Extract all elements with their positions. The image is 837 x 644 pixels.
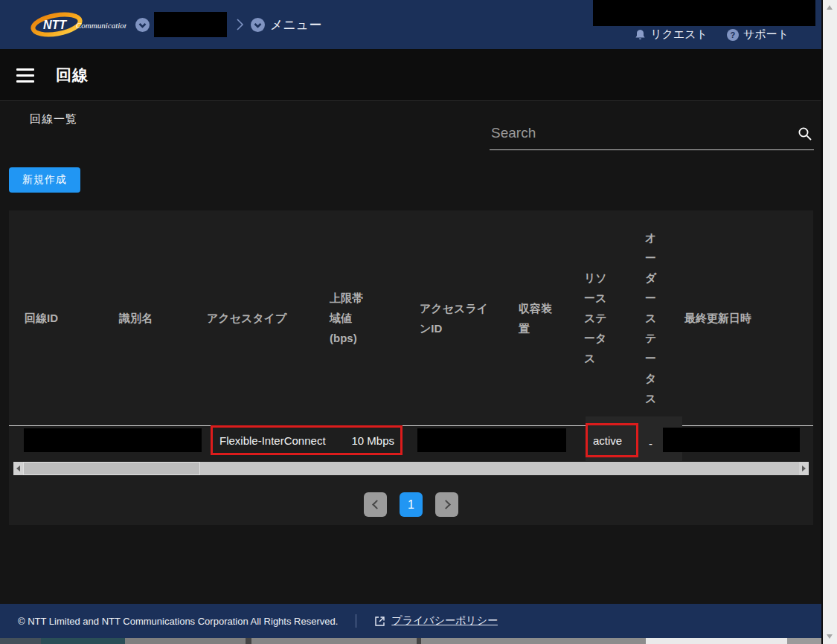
scroll-down-arrow-icon[interactable]	[827, 634, 833, 639]
search-input[interactable]	[490, 120, 814, 149]
browser-page: NTT Communications メニュー	[0, 0, 823, 644]
col-header-resource-status: リソ ース ステ ータ ス	[568, 268, 629, 368]
request-label: リクエスト	[650, 28, 708, 42]
support-nav-item[interactable]: ? サポート	[727, 28, 789, 42]
search-icon[interactable]	[798, 126, 812, 144]
page-1-button[interactable]: 1	[400, 492, 423, 517]
col-header-housing-equipment: 収容装 置	[503, 298, 568, 338]
copyright-text: © NTT Limited and NTT Communications Cor…	[18, 616, 338, 627]
highlight-box-resource-status: active	[586, 423, 638, 457]
pagination: 1	[9, 492, 813, 517]
col-header-access-line-id: アクセスライ ンID	[404, 298, 503, 338]
ntt-communications-logo[interactable]: NTT Communications	[28, 12, 126, 37]
horizontal-scrollbar-thumb[interactable]	[23, 462, 200, 475]
chevron-right-icon	[441, 500, 451, 509]
col-header-last-updated: 最終更新日時	[669, 308, 813, 328]
next-page-button[interactable]	[435, 492, 458, 517]
svg-text:Communications: Communications	[76, 21, 126, 30]
support-label: サポート	[743, 28, 789, 42]
resource-status-value: active	[593, 434, 622, 447]
bell-icon	[635, 29, 646, 41]
redacted-access-line-and-equipment	[417, 428, 566, 452]
question-mark-icon: ?	[727, 29, 739, 41]
top-navbar: NTT Communications メニュー	[0, 0, 821, 49]
app-header-bar: 回線	[0, 49, 821, 101]
scroll-right-button[interactable]	[799, 462, 809, 475]
circuit-table-panel: 回線ID 識別名 アクセスタイプ 上限帯 域値 (bps) アクセスライ ンID…	[9, 210, 813, 525]
menu-dropdown[interactable]: メニュー	[270, 16, 321, 33]
page-footer: © NTT Limited and NTT Communications Cor…	[0, 604, 821, 638]
search-field	[490, 120, 814, 150]
ntt-logo-swoosh-icon: NTT Communications	[28, 12, 126, 37]
app-window: NTT Communications メニュー	[0, 0, 837, 644]
col-header-order-status: オ ー ダ ー ス テ ー タ ス	[629, 228, 669, 408]
chevron-down-circle-icon[interactable]	[135, 18, 150, 32]
external-link-icon	[374, 616, 385, 627]
svg-text:NTT: NTT	[43, 19, 67, 31]
scroll-left-button[interactable]	[13, 462, 23, 475]
breadcrumb-chevron-icon	[234, 16, 245, 33]
navbar-left-group: NTT Communications メニュー	[28, 0, 321, 49]
page-title: 回線	[56, 65, 89, 86]
footer-divider	[356, 614, 356, 628]
access-type-value: Flexible-InterConnect	[219, 434, 326, 447]
highlight-box-access-type: Flexible-InterConnect 10 Mbps	[211, 425, 403, 455]
create-new-button[interactable]: 新規作成	[9, 167, 80, 193]
privacy-policy-link[interactable]: プライバシーポリシー	[374, 614, 498, 628]
request-nav-item[interactable]: リクエスト	[635, 28, 708, 42]
col-header-circuit-id: 回線ID	[9, 308, 103, 328]
col-header-bandwidth-limit: 上限帯 域値 (bps)	[314, 288, 404, 348]
order-status-value: -	[649, 437, 652, 450]
table-header-row: 回線ID 識別名 アクセスタイプ 上限帯 域値 (bps) アクセスライ ンID…	[9, 210, 813, 425]
prev-page-button[interactable]	[364, 492, 387, 517]
triangle-right-icon	[802, 466, 806, 471]
col-header-identifier: 識別名	[103, 308, 191, 328]
hamburger-menu-icon[interactable]	[16, 68, 34, 83]
chevron-left-icon	[372, 500, 382, 509]
bandwidth-limit-value: 10 Mbps	[351, 434, 394, 447]
table-row[interactable]: Flexible-InterConnect 10 Mbps active -	[9, 425, 813, 460]
privacy-policy-label: プライバシーポリシー	[391, 614, 498, 628]
scroll-up-arrow-icon[interactable]	[827, 5, 833, 10]
taskbar-edge-strip	[0, 638, 821, 644]
section-title: 回線一覧	[30, 112, 77, 126]
horizontal-scrollbar[interactable]	[13, 462, 809, 475]
redacted-tenant-name	[154, 12, 227, 37]
redacted-account-info	[593, 0, 815, 26]
menu-chevron-circle-icon[interactable]	[251, 18, 265, 32]
vertical-scrollbar[interactable]	[823, 0, 837, 644]
navbar-right-group: リクエスト ? サポート	[635, 28, 789, 42]
triangle-left-icon	[16, 466, 20, 471]
col-header-access-type: アクセスタイプ	[191, 308, 314, 328]
redacted-circuit-id-and-identifier	[24, 428, 202, 452]
redacted-last-updated	[663, 428, 800, 452]
